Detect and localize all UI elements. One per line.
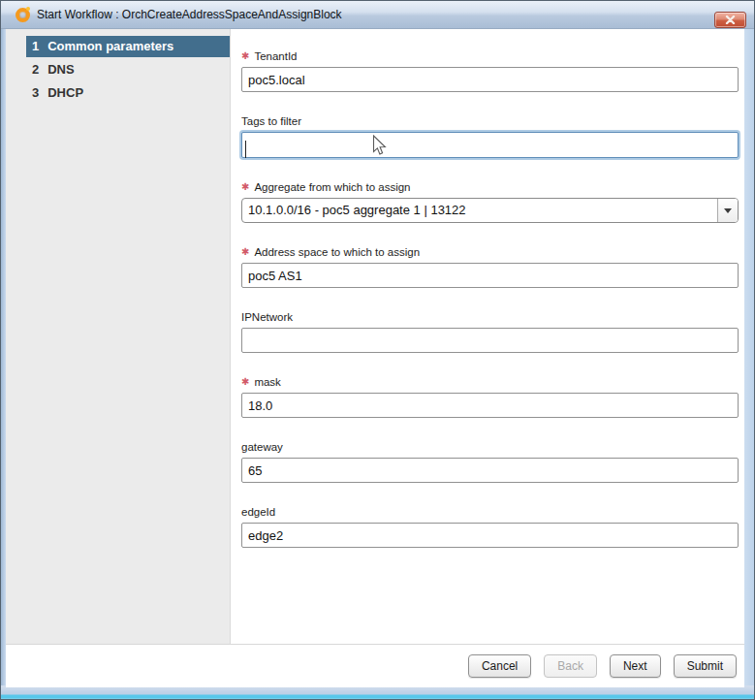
- required-marker-icon: ✱: [241, 246, 249, 257]
- mask-input[interactable]: [241, 393, 739, 418]
- titlebar[interactable]: Start Workflow : OrchCreateAddressSpaceA…: [1, 1, 754, 29]
- cancel-button[interactable]: Cancel: [468, 654, 531, 678]
- field-mask: ✱ mask: [241, 376, 744, 418]
- submit-button[interactable]: Submit: [674, 654, 737, 678]
- chevron-down-icon: [717, 199, 738, 222]
- required-marker-icon: ✱: [241, 376, 249, 387]
- step-number: 2: [32, 59, 39, 80]
- field-label: IPNetwork: [241, 311, 744, 323]
- form-panel: ✱ TenantId Tags to filter ✱ Aggregate fr…: [231, 29, 744, 644]
- step-dns[interactable]: 2 DNS: [26, 59, 230, 80]
- field-label-text: gateway: [241, 441, 283, 453]
- address-space-input[interactable]: [241, 263, 739, 288]
- close-icon: [725, 16, 736, 24]
- step-number: 3: [32, 82, 39, 104]
- required-marker-icon: ✱: [241, 181, 249, 192]
- field-edgeid: edgeId: [241, 506, 744, 548]
- back-button[interactable]: Back: [544, 654, 597, 678]
- step-number: 1: [32, 36, 39, 57]
- field-label: ✱ TenantId: [241, 50, 744, 62]
- steps-sidebar: 1 Common parameters 2 DNS 3 DHCP: [6, 29, 231, 644]
- window-title: Start Workflow : OrchCreateAddressSpaceA…: [37, 8, 342, 21]
- wizard-body: 1 Common parameters 2 DNS 3 DHCP ✱ Ten: [6, 29, 744, 644]
- field-gateway: gateway: [241, 441, 744, 483]
- field-label: ✱ mask: [241, 376, 744, 388]
- field-label-text: TenantId: [254, 50, 297, 62]
- field-address-space: ✱ Address space to which to assign: [241, 246, 744, 288]
- step-dhcp[interactable]: 3 DHCP: [26, 82, 230, 104]
- text-caret: [245, 141, 246, 158]
- field-label-text: edgeId: [241, 506, 275, 518]
- required-marker-icon: ✱: [241, 50, 249, 61]
- next-button[interactable]: Next: [610, 654, 661, 678]
- gateway-input[interactable]: [241, 458, 739, 483]
- field-label: edgeId: [241, 506, 744, 518]
- field-label: ✱ Aggregate from which to assign: [241, 181, 744, 193]
- field-label: Tags to filter: [241, 115, 744, 127]
- step-common-parameters[interactable]: 1 Common parameters: [26, 36, 230, 57]
- start-workflow-dialog: Start Workflow : OrchCreateAddressSpaceA…: [0, 0, 755, 700]
- field-tenantid: ✱ TenantId: [241, 50, 744, 92]
- field-tags-to-filter: Tags to filter: [241, 115, 744, 158]
- close-button[interactable]: [714, 12, 746, 28]
- aggregate-selected-value: 10.1.0.0/16 - poc5 aggregate 1 | 13122: [242, 199, 717, 222]
- field-label: gateway: [241, 441, 744, 453]
- tenantid-input[interactable]: [241, 67, 739, 92]
- step-label: Common parameters: [47, 36, 173, 57]
- field-label-text: IPNetwork: [241, 311, 293, 323]
- tags-to-filter-input[interactable]: [241, 132, 739, 158]
- aggregate-select[interactable]: 10.1.0.0/16 - poc5 aggregate 1 | 13122: [241, 198, 739, 223]
- field-aggregate: ✱ Aggregate from which to assign 10.1.0.…: [241, 181, 744, 223]
- field-label-text: Address space to which to assign: [254, 246, 420, 258]
- field-ipnetwork: IPNetwork: [241, 311, 744, 353]
- field-label: ✱ Address space to which to assign: [241, 246, 744, 258]
- field-label-text: Aggregate from which to assign: [254, 181, 410, 193]
- field-label-text: mask: [254, 376, 280, 388]
- footer-button-bar: Cancel Back Next Submit: [6, 644, 744, 687]
- client-area: 1 Common parameters 2 DNS 3 DHCP ✱ Ten: [6, 29, 744, 687]
- ipnetwork-input[interactable]: [241, 328, 739, 353]
- edgeid-input[interactable]: [241, 523, 739, 548]
- step-label: DHCP: [47, 82, 83, 104]
- step-label: DNS: [47, 59, 74, 80]
- field-label-text: Tags to filter: [241, 115, 301, 127]
- window-frame-bottom: [1, 685, 754, 699]
- orchestrator-ring-icon: [16, 8, 30, 22]
